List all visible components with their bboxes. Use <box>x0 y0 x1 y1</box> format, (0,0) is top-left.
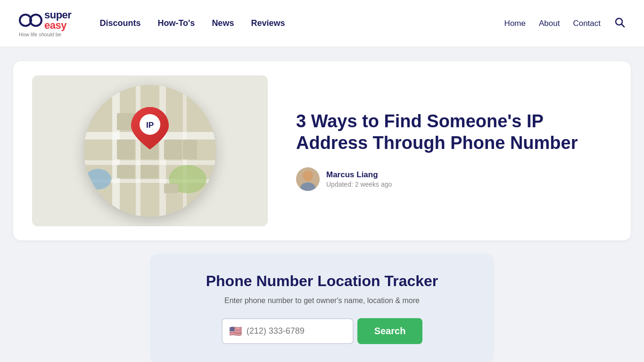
article-image: IP <box>32 75 268 226</box>
location-pin: IP <box>131 105 169 152</box>
search-button[interactable]: Search <box>357 318 423 344</box>
logo-circles <box>19 14 42 27</box>
svg-rect-20 <box>183 140 197 159</box>
tracker-widget: Phone Number Location Tracker Enter phon… <box>150 254 494 362</box>
map-illustration: IP <box>84 85 216 217</box>
nav-contact[interactable]: Contact <box>573 19 601 28</box>
article-text-block: 3 Ways to Find Someone's IP Address Thro… <box>296 111 612 190</box>
main-nav: Discounts How-To's News Reviews <box>99 18 504 28</box>
logo[interactable]: super easy How life should be <box>19 10 71 37</box>
nav-about[interactable]: About <box>539 19 560 28</box>
tracker-form: 🇺🇸 Search <box>164 318 480 344</box>
right-nav: Home About Contact <box>504 16 625 31</box>
author-updated: Updated: 2 weeks ago <box>326 181 392 188</box>
svg-line-1 <box>622 24 625 27</box>
flag-icon: 🇺🇸 <box>229 326 242 337</box>
nav-howtos[interactable]: How-To's <box>157 18 195 28</box>
svg-rect-19 <box>164 184 178 193</box>
main-content: IP 3 Ways to Find Someone's IP Address T… <box>0 47 644 362</box>
article-title: 3 Ways to Find Someone's IP Address Thro… <box>296 111 612 154</box>
nav-reviews[interactable]: Reviews <box>251 18 285 28</box>
logo-tagline-em: should <box>39 32 54 37</box>
author-name: Marcus Liang <box>326 170 392 180</box>
author-info: Marcus Liang Updated: 2 weeks ago <box>326 170 392 188</box>
nav-home[interactable]: Home <box>504 19 526 28</box>
search-icon-button[interactable] <box>614 16 625 31</box>
search-icon <box>614 16 625 28</box>
svg-point-24 <box>303 171 313 181</box>
svg-rect-13 <box>117 165 135 178</box>
author-row: Marcus Liang Updated: 2 weeks ago <box>296 167 612 191</box>
tracker-subtitle: Enter phone number to get owner's name, … <box>164 296 480 305</box>
svg-rect-4 <box>84 160 216 165</box>
phone-input[interactable] <box>247 320 346 343</box>
author-avatar <box>296 167 320 191</box>
article-card: IP 3 Ways to Find Someone's IP Address T… <box>13 61 631 240</box>
tracker-title: Phone Number Location Tracker <box>164 272 480 290</box>
phone-input-wrapper: 🇺🇸 <box>222 318 354 344</box>
svg-rect-14 <box>140 165 158 178</box>
logo-easy-text: easy <box>44 20 71 31</box>
nav-discounts[interactable]: Discounts <box>99 18 140 28</box>
svg-text:IP: IP <box>146 121 154 130</box>
nav-news[interactable]: News <box>212 18 234 28</box>
logo-tagline: How life should be <box>19 32 61 37</box>
logo-super-text: super <box>44 10 71 20</box>
svg-point-18 <box>85 169 111 189</box>
header: super easy How life should be Discounts … <box>0 0 644 47</box>
